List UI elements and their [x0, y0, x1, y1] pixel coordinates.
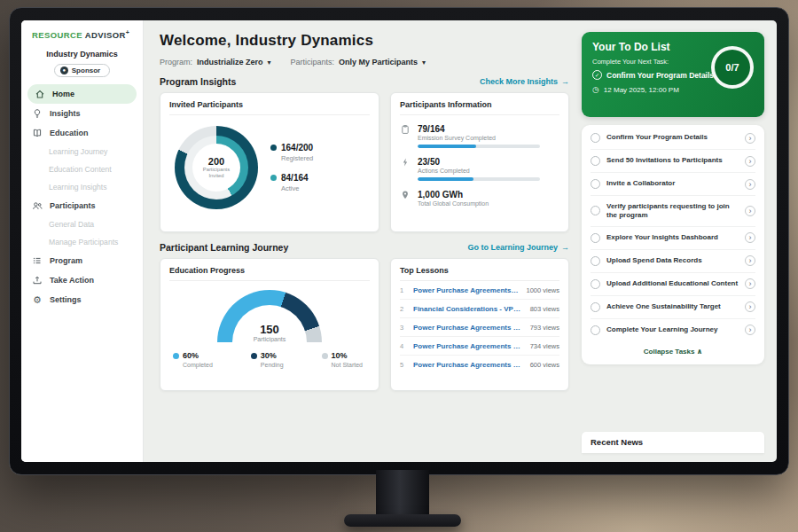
sidebar-item-participants[interactable]: Participants [21, 196, 143, 215]
upload-arrow-icon [32, 275, 43, 286]
lesson-rank: 2 [400, 305, 407, 313]
gauge-center-label: Participants [217, 336, 322, 342]
chevron-right-icon[interactable]: › [745, 301, 755, 312]
program-insights-header: Program Insights Check More Insights → [160, 76, 569, 87]
person-icon: ● [60, 66, 68, 74]
logo-primary: RESOURCE [32, 30, 82, 40]
task-checkbox[interactable] [591, 279, 600, 289]
clipboard-icon [400, 124, 411, 137]
lesson-link[interactable]: Financial Considerations - VPPAs [413, 305, 524, 313]
nav-label: Home [52, 90, 74, 98]
chevron-down-icon: ▾ [422, 59, 426, 66]
sidebar-item-general-data[interactable]: General Data [21, 215, 143, 233]
chevron-right-icon[interactable]: › [745, 206, 755, 216]
education-legend: 60% Completed 30% Pending 10% Not Starte… [169, 342, 370, 368]
task-checkbox[interactable] [591, 302, 600, 312]
arrow-right-icon: → [561, 77, 569, 86]
sidebar-nav: Home Insights Education Learning Journey… [21, 84, 143, 309]
task-checkbox[interactable] [591, 256, 600, 266]
task-checkbox[interactable] [591, 233, 600, 243]
active-dot [270, 175, 277, 181]
survey-progress-bar [418, 145, 540, 148]
nav-label: Settings [50, 295, 82, 304]
lesson-row: 3 Power Purchase Agreements 101 793 view… [400, 318, 559, 337]
participants-filter[interactable]: Participants: Only My Participants ▾ [291, 58, 426, 66]
check-circle-icon: ✓ [592, 70, 602, 80]
lesson-link[interactable]: Power Purchase Agreements 102 [413, 342, 524, 350]
sidebar-item-learning-insights[interactable]: Learning Insights [21, 178, 143, 196]
todo-panel: Your To Do List Complete Your Next Task:… [578, 20, 777, 462]
lesson-link[interactable]: Power Purchase Agreements 101 [413, 286, 520, 294]
lesson-rank: 4 [400, 342, 407, 350]
invited-legend: 164/200 Registered 84/164 Active [270, 143, 313, 192]
sidebar-item-insights[interactable]: Insights [21, 104, 143, 123]
task-row-6[interactable]: Upload Spend Data Records › [591, 250, 755, 273]
chevron-right-icon[interactable]: › [745, 325, 755, 335]
sidebar-item-home[interactable]: Home [27, 84, 137, 104]
sidebar-item-manage-participants[interactable]: Manage Participants [21, 233, 143, 251]
chevron-right-icon[interactable]: › [745, 156, 755, 167]
legend-label: Active [281, 184, 313, 192]
collapse-tasks-button[interactable]: Collapse Tasks ∧ [591, 341, 755, 363]
task-checkbox[interactable] [591, 179, 600, 189]
sidebar-item-program[interactable]: Program [21, 251, 143, 270]
education-gauge: 150 Participants [217, 290, 322, 342]
lesson-views: 600 views [530, 361, 559, 369]
program-filter[interactable]: Program: Industrialize Zero ▾ [160, 58, 271, 66]
chevron-down-icon: ▾ [268, 59, 271, 66]
lesson-link[interactable]: Power Purchase Agreements 101 [413, 324, 524, 332]
legend-label: Registered [281, 154, 313, 162]
nav-label: Take Action [50, 276, 94, 285]
actions-progress-bar [418, 177, 540, 181]
info-row-consumption: 1,000 GWh Total Global Consumption [400, 190, 559, 207]
legend-label: Pending [261, 362, 284, 368]
go-to-learning-journey-link[interactable]: Go to Learning Journey → [467, 243, 569, 252]
lesson-views: 1000 views [526, 286, 559, 294]
insights-cards-row: Invited Participants 200 Participants In… [160, 92, 569, 232]
page-title: Welcome, Industry Dynamics [160, 32, 569, 50]
task-row-3[interactable]: Invite a Collaborator › [591, 173, 755, 196]
nav-label: Learning Insights [49, 183, 106, 192]
card-title: Top Lessons [400, 266, 559, 281]
chevron-right-icon[interactable]: › [745, 255, 755, 266]
task-checkbox[interactable] [591, 133, 600, 143]
task-checkbox[interactable] [591, 325, 600, 335]
section-title: Program Insights [160, 76, 236, 87]
task-row-8[interactable]: Achieve One Sustainability Target › [591, 296, 755, 319]
logo-secondary: ADVISOR [85, 30, 126, 40]
program-filter-value: Industrialize Zero [197, 58, 263, 66]
chevron-right-icon[interactable]: › [745, 232, 755, 243]
task-row-2[interactable]: Send 50 Invitations to Participants › [591, 150, 755, 173]
chevron-right-icon[interactable]: › [745, 278, 755, 289]
card-title: Education Progress [169, 266, 370, 281]
lightbulb-icon [32, 108, 43, 119]
legend-label: Completed [183, 362, 213, 368]
task-row-4[interactable]: Verify participants requesting to join t… [591, 196, 755, 227]
task-label: Upload Spend Data Records [606, 256, 739, 265]
participants-filter-value: Only My Participants [339, 58, 418, 66]
chevron-right-icon[interactable]: › [745, 133, 755, 144]
sidebar-item-settings[interactable]: ⚙ Settings [21, 290, 143, 309]
check-more-insights-link[interactable]: Check More Insights → [480, 77, 569, 86]
lesson-rank: 5 [400, 361, 407, 369]
task-label: Complete Your Learning Journey [606, 325, 739, 334]
task-row-7[interactable]: Upload Additional Educational Content › [591, 273, 755, 296]
not-started-dot [322, 353, 328, 359]
task-row-5[interactable]: Explore Your Insights Dashboard › [591, 227, 755, 250]
logo-plus: + [126, 29, 130, 35]
link-label: Go to Learning Journey [467, 243, 558, 252]
task-row-1[interactable]: Confirm Your Program Details › [591, 127, 755, 150]
task-checkbox[interactable] [591, 156, 600, 166]
legend-item-completed: 60% Completed [173, 351, 213, 368]
nav-label: General Data [49, 220, 94, 229]
task-row-9[interactable]: Complete Your Learning Journey › [591, 319, 755, 341]
sidebar-item-education-content[interactable]: Education Content [21, 160, 143, 178]
sidebar-item-take-action[interactable]: Take Action [21, 270, 143, 290]
sidebar-item-learning-journey[interactable]: Learning Journey [21, 143, 143, 160]
org-name: Industry Dynamics [21, 50, 143, 59]
task-checkbox[interactable] [591, 206, 600, 215]
lesson-link[interactable]: Power Purchase Agreements 103 [413, 361, 524, 369]
lesson-row: 4 Power Purchase Agreements 102 734 view… [400, 337, 559, 356]
chevron-right-icon[interactable]: › [745, 179, 755, 190]
sidebar-item-education[interactable]: Education [21, 123, 143, 143]
